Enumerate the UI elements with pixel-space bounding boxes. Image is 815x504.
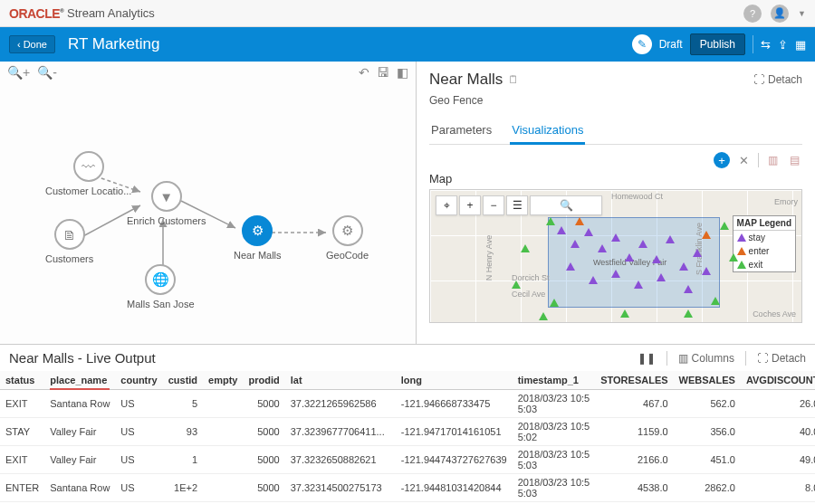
- share-icon[interactable]: ⇆: [761, 38, 771, 52]
- main-split: 🔍+ 🔍- ↶ 🖫 ◧ 〰 Customer Locatio..: [0, 62, 815, 344]
- divider: [758, 153, 759, 167]
- table-row[interactable]: EXITSantana RowUS5500037.3221265962586-1…: [0, 390, 815, 418]
- map-marker-exit[interactable]: [521, 244, 530, 252]
- column-header-empty[interactable]: empty: [203, 371, 243, 390]
- map-marker-stay[interactable]: [589, 276, 598, 284]
- table-row[interactable]: ENTERSantana RowUS1E+2500037.32314500275…: [0, 474, 815, 502]
- column-header-status[interactable]: status: [0, 371, 44, 390]
- map-marker-exit[interactable]: [620, 309, 629, 318]
- map-marker-exit[interactable]: [684, 309, 693, 318]
- node-customers[interactable]: 🗎 Customers: [45, 219, 93, 264]
- map-marker-stay[interactable]: [702, 267, 711, 275]
- zoom-in-icon[interactable]: 🔍+: [7, 65, 30, 80]
- product-name: Stream Analytics: [67, 6, 155, 20]
- map-marker-stay[interactable]: [625, 253, 634, 262]
- map-marker-stay[interactable]: [666, 235, 675, 243]
- map-marker-stay[interactable]: [611, 270, 620, 278]
- map-marker-stay[interactable]: [566, 262, 575, 271]
- column-header-prodid[interactable]: prodid: [243, 371, 284, 390]
- chevron-left-icon: ‹: [17, 39, 21, 50]
- map-marker-stay[interactable]: [679, 262, 688, 271]
- layout-icon[interactable]: ▦: [795, 38, 806, 52]
- map-marker-stay[interactable]: [570, 240, 580, 248]
- done-button[interactable]: ‹Done: [9, 35, 55, 53]
- column-header-AVGDISCOUNT[interactable]: AVGDISCOUNT: [741, 371, 815, 390]
- export-icon[interactable]: ⇪: [778, 38, 788, 52]
- column-header-custid[interactable]: custid: [163, 371, 203, 390]
- column-header-WEBSALES[interactable]: WEBSALES: [674, 371, 741, 390]
- map-marker-enter[interactable]: [575, 217, 584, 225]
- divider: [666, 351, 667, 366]
- detach-button[interactable]: ⛶Detach: [757, 352, 806, 365]
- map-marker-stay[interactable]: [693, 249, 702, 257]
- map-marker-stay[interactable]: [657, 273, 666, 281]
- map-marker-stay[interactable]: [684, 285, 693, 293]
- map-zoom-in-icon[interactable]: +: [459, 195, 481, 215]
- column-header-timestamp_1[interactable]: timestamp_1: [513, 371, 596, 390]
- divider: [745, 351, 746, 366]
- save-icon[interactable]: 🖫: [377, 65, 389, 80]
- map-widget[interactable]: ⌖ + − ☰ 🔍 MAP Legend stay enter exit Hom…: [429, 189, 802, 323]
- top-header: ORACLE® Stream Analytics ? 👤 ▼: [0, 0, 815, 27]
- user-menu-caret[interactable]: ▼: [798, 9, 806, 18]
- panel-icon[interactable]: ◧: [397, 65, 408, 80]
- live-output-panel: Near Malls - Live Output ❚❚ ▥Columns ⛶De…: [0, 344, 815, 504]
- triangle-icon: [737, 247, 746, 255]
- stage-tabs: Parameters Visualizations: [429, 119, 802, 145]
- map-marker-exit[interactable]: [550, 299, 559, 307]
- column-header-STORESALES[interactable]: STORESALES: [595, 371, 673, 390]
- map-marker-enter[interactable]: [702, 231, 711, 239]
- table-row[interactable]: STAYValley FairUS93500037.3239677706411.…: [0, 418, 815, 446]
- map-marker-exit[interactable]: [512, 281, 521, 289]
- bar-chart-icon[interactable]: ▥: [768, 154, 781, 166]
- map-layers-icon[interactable]: ☰: [506, 195, 528, 215]
- map-marker-exit[interactable]: [539, 312, 548, 320]
- note-icon[interactable]: 🗒: [508, 73, 519, 86]
- map-marker-stay[interactable]: [598, 244, 607, 252]
- close-viz-icon[interactable]: ✕: [739, 154, 749, 167]
- detach-button[interactable]: ⛶Detach: [753, 73, 802, 86]
- map-marker-stay[interactable]: [652, 255, 661, 263]
- columns-icon: ▥: [678, 352, 688, 365]
- tab-parameters[interactable]: Parameters: [429, 119, 494, 144]
- map-marker-stay[interactable]: [634, 281, 643, 289]
- pipeline-canvas[interactable]: 〰 Customer Locatio... 🗎 Customers 🌐 Mall…: [0, 83, 416, 344]
- bar-chart-alt-icon[interactable]: ▤: [790, 154, 802, 166]
- map-locate-icon[interactable]: ⌖: [436, 195, 457, 215]
- column-header-place_name[interactable]: place_name: [44, 371, 115, 390]
- columns-button[interactable]: ▥Columns: [678, 352, 734, 365]
- map-marker-stay[interactable]: [611, 233, 620, 242]
- pause-icon[interactable]: ❚❚: [638, 352, 656, 365]
- node-customer-locations[interactable]: 〰 Customer Locatio...: [45, 151, 131, 196]
- add-viz-icon[interactable]: +: [714, 152, 730, 168]
- help-icon[interactable]: ?: [743, 5, 762, 23]
- output-table: statusplace_namecountrycustidemptyprodid…: [0, 371, 815, 504]
- edit-icon[interactable]: ✎: [632, 34, 652, 54]
- undo-icon[interactable]: ↶: [359, 65, 369, 80]
- table-row[interactable]: EXITValley FairUS1500037.3232650882621-1…: [0, 446, 815, 474]
- map-marker-exit[interactable]: [546, 217, 555, 225]
- column-header-long[interactable]: long: [396, 371, 513, 390]
- node-malls-san-jose[interactable]: 🌐 Malls San Jose: [127, 264, 195, 309]
- map-marker-exit[interactable]: [729, 253, 738, 262]
- node-near-malls[interactable]: ⚙ Near Malls: [234, 215, 282, 261]
- tab-visualizations[interactable]: Visualizations: [510, 119, 585, 145]
- publish-button[interactable]: Publish: [690, 33, 745, 55]
- street-label: Homewood Ct: [611, 192, 663, 201]
- properties-pane: Near Malls 🗒 ⛶Detach Geo Fence Parameter…: [417, 62, 815, 344]
- street-label: Emory: [774, 197, 798, 206]
- node-geocode[interactable]: ⚙ GeoCode: [326, 215, 369, 261]
- node-enrich-customers[interactable]: ▼ Enrich Customers: [127, 181, 206, 226]
- map-zoom-out-icon[interactable]: −: [483, 195, 504, 215]
- user-menu[interactable]: 👤: [771, 5, 789, 23]
- map-marker-stay[interactable]: [584, 228, 593, 236]
- map-marker-exit[interactable]: [711, 297, 720, 305]
- output-table-wrap[interactable]: statusplace_namecountrycustidemptyprodid…: [0, 371, 815, 504]
- map-marker-stay[interactable]: [557, 226, 566, 234]
- map-marker-stay[interactable]: [638, 240, 647, 248]
- map-search-input[interactable]: 🔍: [530, 195, 602, 215]
- column-header-country[interactable]: country: [115, 371, 162, 390]
- map-marker-exit[interactable]: [720, 222, 729, 230]
- zoom-out-icon[interactable]: 🔍-: [37, 65, 57, 80]
- column-header-lat[interactable]: lat: [285, 371, 396, 390]
